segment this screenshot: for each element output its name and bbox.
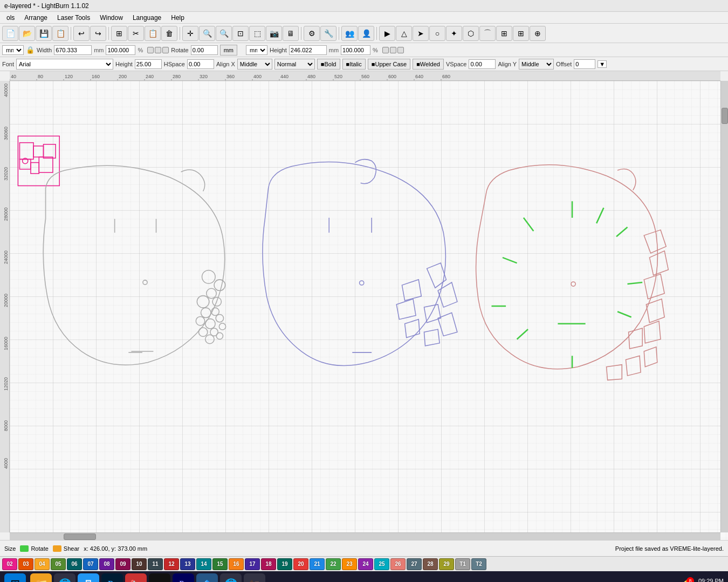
arrow-button[interactable]: ➤: [413, 26, 429, 41]
canvas[interactable]: [10, 81, 728, 540]
undo-button[interactable]: ↩: [73, 26, 90, 41]
layer-19[interactable]: 19: [277, 558, 292, 570]
layer-T2[interactable]: T2: [471, 558, 486, 570]
save-button[interactable]: 💾: [36, 26, 52, 41]
rotate-input[interactable]: [191, 45, 218, 55]
unit-select[interactable]: mm: [2, 45, 24, 55]
layer-25[interactable]: 25: [374, 558, 389, 570]
copy-button[interactable]: ⊞: [111, 26, 127, 41]
people-button[interactable]: 👥: [341, 26, 358, 41]
layer-20[interactable]: 20: [293, 558, 308, 570]
text-height-input[interactable]: [135, 59, 162, 69]
photoshop-button[interactable]: Ps: [101, 573, 123, 582]
vspace-input[interactable]: [469, 59, 496, 69]
normal-select[interactable]: Normal: [274, 59, 315, 70]
menu-window[interactable]: Window: [95, 13, 127, 23]
unknown-app-button[interactable]: 🦅: [244, 573, 265, 582]
saveas-button[interactable]: 📋: [52, 26, 68, 41]
layer-05[interactable]: 05: [51, 558, 66, 570]
width-input[interactable]: [54, 45, 92, 55]
wrench-button[interactable]: 🔧: [320, 26, 336, 41]
circle-button[interactable]: ○: [429, 26, 445, 41]
uppercase-button[interactable]: ■ Upper Case: [368, 59, 410, 70]
zoom-out-button[interactable]: 🔍: [216, 26, 232, 41]
grid-button[interactable]: ⊞: [496, 26, 512, 41]
layer-09[interactable]: 09: [115, 558, 131, 570]
blender-button[interactable]: 🔷: [196, 573, 218, 582]
layer-11[interactable]: 11: [148, 558, 163, 570]
move-tool[interactable]: ✛: [182, 26, 198, 41]
layer-14[interactable]: 14: [196, 558, 211, 570]
menu-tools[interactable]: ols: [2, 13, 19, 23]
unit-select2[interactable]: mm: [246, 45, 267, 55]
layer-02[interactable]: 02: [2, 558, 17, 570]
layer-18[interactable]: 18: [261, 558, 276, 570]
paste-button[interactable]: 📋: [145, 26, 161, 41]
cut-button[interactable]: ✂: [128, 26, 144, 41]
canvas-area[interactable]: 40 80 120 160 200 240 280 320 360 400 44…: [0, 71, 728, 540]
bezier-button[interactable]: ⌒: [479, 26, 496, 41]
layer-26[interactable]: 26: [390, 558, 406, 570]
settings-button[interactable]: ⚙: [304, 26, 320, 41]
layer-06[interactable]: 06: [67, 558, 82, 570]
new-button[interactable]: 📄: [2, 26, 18, 41]
layer-28[interactable]: 28: [423, 558, 438, 570]
layer-07[interactable]: 07: [83, 558, 98, 570]
aligny-select[interactable]: Middle: [519, 59, 554, 70]
clipstudio-button[interactable]: ✏️: [125, 573, 147, 582]
layer-29[interactable]: 29: [439, 558, 454, 570]
file-explorer-button[interactable]: 📁: [30, 573, 52, 582]
align-button[interactable]: ⊞: [513, 26, 529, 41]
menu-language[interactable]: Language: [128, 13, 166, 23]
zoom-fit-button[interactable]: ⊡: [232, 26, 249, 41]
monitor-button[interactable]: 🖥: [283, 26, 299, 41]
width-pct-input[interactable]: [106, 45, 135, 55]
layer-12[interactable]: 12: [164, 558, 179, 570]
layer-21[interactable]: 21: [310, 558, 325, 570]
play-button[interactable]: ▶: [379, 26, 395, 41]
node-button[interactable]: ⬡: [463, 26, 479, 41]
layer-13[interactable]: 13: [180, 558, 195, 570]
star-button[interactable]: ✦: [446, 26, 462, 41]
plus-button[interactable]: ⊕: [530, 26, 546, 41]
chrome2-button[interactable]: 🌐: [220, 573, 242, 582]
layer-T1[interactable]: T1: [455, 558, 470, 570]
layer-08[interactable]: 08: [99, 558, 114, 570]
rotate-unit-btn[interactable]: mm: [220, 45, 237, 56]
layer-22[interactable]: 22: [326, 558, 341, 570]
chrome-button[interactable]: 🌐: [54, 573, 75, 582]
layer-03[interactable]: 03: [18, 558, 33, 570]
redo-button[interactable]: ↪: [90, 26, 106, 41]
zoom-in-button[interactable]: 🔍: [199, 26, 215, 41]
open-button[interactable]: 📂: [19, 26, 35, 41]
height-input[interactable]: [289, 45, 327, 55]
windows-start-button[interactable]: ⊞: [4, 573, 26, 582]
bold-button[interactable]: ■ Bold: [317, 59, 340, 70]
scrollbar-bottom[interactable]: [10, 532, 720, 540]
layer-10[interactable]: 10: [132, 558, 147, 570]
camera-button[interactable]: 📷: [266, 26, 282, 41]
layer-23[interactable]: 23: [342, 558, 357, 570]
menu-help[interactable]: Help: [167, 13, 189, 23]
adobe-premiere-button[interactable]: Pr: [173, 573, 194, 582]
delete-button[interactable]: 🗑: [161, 26, 177, 41]
capcut-button[interactable]: ✂: [149, 573, 170, 582]
welded-button[interactable]: ■ Welded: [413, 59, 444, 70]
offset-input[interactable]: [574, 59, 595, 69]
menu-laser-tools[interactable]: Laser Tools: [53, 13, 94, 23]
lock-icon[interactable]: 🔒: [26, 46, 35, 54]
layer-15[interactable]: 15: [212, 558, 228, 570]
menu-arrange[interactable]: Arrange: [20, 13, 52, 23]
layer-04[interactable]: 04: [35, 558, 50, 570]
offset-spinner[interactable]: ▼: [597, 60, 607, 68]
height-pct-input[interactable]: [341, 45, 370, 55]
layer-24[interactable]: 24: [358, 558, 373, 570]
layer-27[interactable]: 27: [407, 558, 422, 570]
hspace-input[interactable]: [187, 59, 214, 69]
calculator-button[interactable]: 🖩: [78, 573, 99, 582]
triangle-button[interactable]: △: [396, 26, 412, 41]
italic-button[interactable]: ■ Italic: [342, 59, 366, 70]
person-button[interactable]: 👤: [358, 26, 374, 41]
alignx-select[interactable]: Middle: [237, 59, 272, 70]
font-select[interactable]: Arial: [16, 59, 113, 70]
